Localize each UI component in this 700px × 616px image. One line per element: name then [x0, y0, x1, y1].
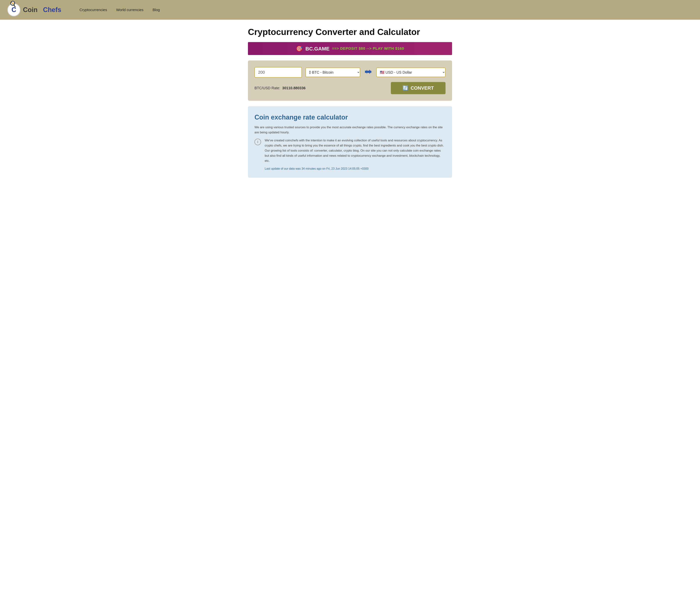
swap-button[interactable]: [364, 68, 373, 77]
logo-text: Coin Chefs: [23, 6, 61, 14]
bc-game-banner[interactable]: 🎯 BC.GAME ==> DEPOSIT $80 --> PLAY WITH …: [248, 42, 452, 55]
convert-button-label: CONVERT: [411, 85, 434, 91]
to-currency-select[interactable]: 🇺🇸 USD - US Dollar 🇪🇺 EUR - Euro 🇬🇧 GBP …: [376, 68, 446, 77]
svg-marker-1: [365, 69, 372, 74]
info-update-text: Last update of our data was 34 minutes a…: [265, 167, 446, 170]
site-header: 🍳 C Coin Chefs Cryptocurrencies World cu…: [0, 0, 700, 20]
info-para-1: We are using various trusted sources to …: [254, 125, 446, 135]
bcgame-logo: 🎯 BC.GAME: [296, 46, 329, 52]
rate-value: 30110.880336: [282, 86, 305, 90]
info-title: Coin exchange rate calculator: [254, 114, 446, 121]
from-currency-select[interactable]: ₿ BTC - Bitcoin Ξ ETH - Ethereum $ USDT …: [305, 68, 360, 77]
main-content: Cryptocurrency Converter and Calculator …: [244, 20, 456, 185]
info-para-2: We've created coinchefs with the intenti…: [265, 138, 446, 164]
amount-input[interactable]: [254, 67, 302, 78]
page-title: Cryptocurrency Converter and Calculator: [248, 27, 452, 37]
logo-icon: 🍳 C: [7, 3, 21, 16]
converter-bottom: BTC/USD Rate: 30110.880336 🔄 CONVERT: [254, 82, 446, 94]
converter-box: ₿ BTC - Bitcoin Ξ ETH - Ethereum $ USDT …: [248, 61, 452, 101]
nav-cryptocurrencies[interactable]: Cryptocurrencies: [79, 8, 107, 12]
nav-world-currencies[interactable]: World currencies: [116, 8, 143, 12]
info-icon-col: i: [254, 139, 261, 145]
nav-blog[interactable]: Blog: [153, 8, 160, 12]
rate-display: BTC/USD Rate: 30110.880336: [254, 86, 305, 90]
converter-row: ₿ BTC - Bitcoin Ξ ETH - Ethereum $ USDT …: [254, 67, 446, 78]
info-box: Coin exchange rate calculator We are usi…: [248, 106, 452, 178]
banner-promo-text: ==> DEPOSIT $80 --> PLAY WITH $160: [332, 47, 404, 51]
convert-button[interactable]: 🔄 CONVERT: [391, 82, 446, 94]
info-text-col: We've created coinchefs with the intenti…: [265, 138, 446, 170]
info-content: i We've created coinchefs with the inten…: [254, 138, 446, 170]
main-nav: Cryptocurrencies World currencies Blog: [79, 8, 160, 12]
convert-icon: 🔄: [402, 85, 408, 91]
logo-link[interactable]: 🍳 C Coin Chefs: [7, 3, 61, 16]
info-circle-icon: i: [254, 139, 261, 145]
chef-hat-icon: 🍳: [9, 1, 16, 8]
swap-icon: [365, 69, 372, 74]
